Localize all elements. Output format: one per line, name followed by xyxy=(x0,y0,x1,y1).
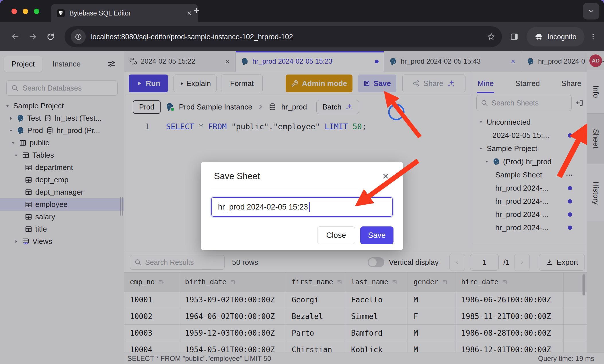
batch-button[interactable]: Batch xyxy=(316,100,359,114)
sheet-item[interactable]: hr_prod 2024-... xyxy=(472,208,587,221)
admin-mode-button[interactable]: Admin mode xyxy=(286,75,352,92)
close-button[interactable]: Close xyxy=(317,226,355,244)
sheet-panel-tab[interactable]: Mine xyxy=(478,74,494,93)
search-icon xyxy=(481,99,488,107)
column-header[interactable]: emp_no xyxy=(124,273,179,291)
ai-sparkles-icon xyxy=(447,79,455,88)
close-tab-icon[interactable] xyxy=(225,58,230,64)
explain-button[interactable]: Explain xyxy=(174,75,217,92)
editor-tab[interactable]: hr_prod 2024-02-05 15:23 xyxy=(236,51,384,72)
save-sheet-button[interactable]: Save xyxy=(358,75,396,92)
more-actions-icon[interactable] xyxy=(565,171,573,181)
export-button[interactable]: Export xyxy=(539,254,585,271)
incognito-label: Incognito xyxy=(548,33,576,41)
filter-icon[interactable] xyxy=(107,60,116,68)
sheet-item[interactable]: hr_prod 2024-... xyxy=(472,181,587,195)
chevron-down-icon xyxy=(588,8,595,15)
sheet-panel-tab[interactable]: Starred xyxy=(515,74,540,93)
sheet-item[interactable]: 2024-02-05 15:... xyxy=(472,129,587,142)
sort-icon[interactable] xyxy=(337,279,343,285)
tab-search-button[interactable] xyxy=(583,3,599,19)
column-header[interactable]: birth_date xyxy=(179,273,286,291)
browser-menu-button[interactable] xyxy=(589,33,597,41)
run-button[interactable]: Run xyxy=(129,75,168,92)
vertical-display-toggle[interactable] xyxy=(368,257,384,267)
tree-item[interactable]: salary xyxy=(0,211,124,223)
dialog-title: Save Sheet xyxy=(214,171,260,181)
editor-tab[interactable]: 2024-02-05 15:22 xyxy=(124,51,236,72)
instance-name[interactable]: Prod Sample Instance xyxy=(179,103,252,111)
sidebar-resize-handle[interactable] xyxy=(120,197,123,216)
site-info-button[interactable] xyxy=(71,29,86,44)
sheet-item[interactable]: Sample Sheet xyxy=(472,168,587,181)
tab-instance[interactable]: Instance xyxy=(45,56,88,72)
add-sheet-button[interactable] xyxy=(601,57,604,65)
tree-item[interactable]: Prod hr_prod (Pr... xyxy=(0,124,124,137)
collapse-panel-icon[interactable] xyxy=(576,99,584,107)
tree-item[interactable]: department xyxy=(0,161,124,174)
database-name[interactable]: hr_prod xyxy=(281,103,307,111)
sort-icon[interactable] xyxy=(392,279,398,285)
editor-tab[interactable]: hr_prod 2024-0 xyxy=(521,51,597,72)
tree-item[interactable]: Tables xyxy=(0,149,124,161)
column-header[interactable]: gender xyxy=(408,273,455,291)
tree-item[interactable]: public xyxy=(0,137,124,149)
tree-item[interactable]: Sample Project xyxy=(0,100,124,112)
edge-tab[interactable]: Info xyxy=(587,70,604,113)
table-row: 100041954-05-01T00:00:00ZChirstianKoblic… xyxy=(124,341,587,353)
sheet-item[interactable]: hr_prod 2024-... xyxy=(472,221,587,234)
tree-item[interactable]: dept_emp xyxy=(0,174,124,186)
column-header[interactable]: last_name xyxy=(345,273,408,291)
sort-icon[interactable] xyxy=(158,279,165,285)
maximize-window-button[interactable] xyxy=(34,9,39,14)
search-results-input[interactable]: Search Results xyxy=(130,255,225,270)
page-number-input[interactable]: 1 xyxy=(470,254,499,271)
tab-project[interactable]: Project xyxy=(4,56,42,72)
minimize-window-button[interactable] xyxy=(23,9,28,14)
close-window-button[interactable] xyxy=(11,9,17,14)
table-icon xyxy=(25,188,32,196)
share-button[interactable]: Share xyxy=(402,75,465,92)
search-sheets-input[interactable]: Search Sheets xyxy=(476,95,572,111)
sheet-item[interactable]: (Prod) hr_prod xyxy=(472,155,587,168)
close-dialog-icon[interactable] xyxy=(382,172,389,180)
tree-item[interactable]: title xyxy=(0,223,124,235)
address-bar[interactable]: localhost:8080/sql-editor/prod-sample-in… xyxy=(65,26,502,47)
caret-down-icon xyxy=(5,103,13,109)
column-header[interactable]: first_name xyxy=(286,273,345,291)
prev-page-button[interactable] xyxy=(449,254,465,271)
sheet-item[interactable]: Unconnected xyxy=(472,116,587,129)
tree-item[interactable]: employee xyxy=(0,198,124,211)
sort-icon[interactable] xyxy=(442,279,448,285)
save-button[interactable]: Save xyxy=(360,226,393,244)
next-page-button[interactable] xyxy=(514,254,530,271)
edge-tab[interactable]: History xyxy=(587,164,604,222)
forward-button[interactable] xyxy=(29,32,37,41)
back-button[interactable] xyxy=(11,32,20,41)
editor-tab[interactable]: hr_prod 2024-02-05 15:43 xyxy=(384,51,521,72)
close-tab-icon[interactable] xyxy=(510,58,516,64)
browser-tab[interactable]: Bytebase SQL Editor xyxy=(51,4,198,22)
close-tab-icon[interactable] xyxy=(186,10,192,16)
tree-item[interactable]: Views xyxy=(0,235,124,248)
sheet-name-input[interactable]: hr_prod 2024-02-05 15:23 xyxy=(211,197,393,217)
side-panel-icon[interactable] xyxy=(510,32,519,41)
tree-item[interactable]: Test hr_test (Test... xyxy=(0,112,124,124)
table-icon xyxy=(25,213,32,221)
sheet-panel: Mine Starred Share Search Sheets xyxy=(472,72,587,252)
bookmark-star-icon[interactable] xyxy=(487,32,496,41)
sort-icon[interactable] xyxy=(230,279,236,285)
sheet-item[interactable]: hr_prod 2024-... xyxy=(472,195,587,208)
vertical-display-label: Vertical display xyxy=(389,258,439,267)
search-databases-input[interactable]: Search Databases xyxy=(6,80,118,96)
sheet-item[interactable]: Sample Project xyxy=(472,142,587,155)
column-header[interactable]: hire_date xyxy=(455,273,564,291)
format-button[interactable]: Format xyxy=(221,75,263,92)
sheet-panel-tab[interactable]: Share xyxy=(562,74,581,93)
edge-tab[interactable]: Sheet xyxy=(587,113,604,164)
reload-button[interactable] xyxy=(46,33,55,41)
new-tab-button[interactable] xyxy=(193,7,200,14)
tree-item[interactable]: dept_manager xyxy=(0,186,124,198)
sort-icon[interactable] xyxy=(502,279,508,285)
grid-scrollbar[interactable] xyxy=(582,274,585,295)
